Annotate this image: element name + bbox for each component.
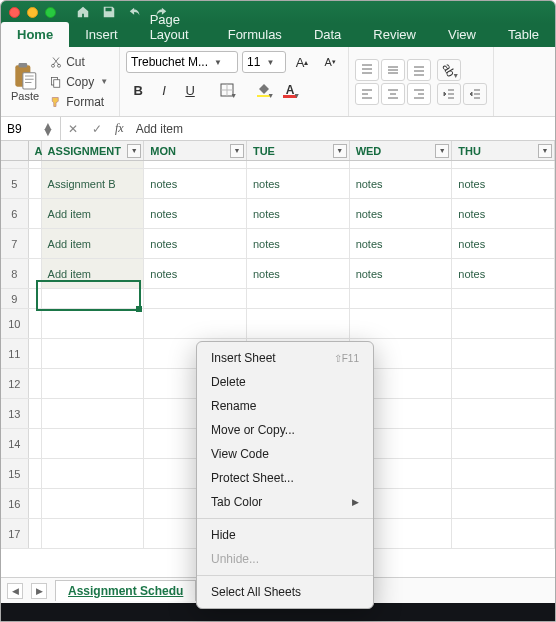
- bold-button[interactable]: B: [126, 79, 150, 101]
- row-header[interactable]: 17: [1, 519, 29, 548]
- cell[interactable]: [42, 339, 145, 368]
- menu-item-select-all-sheets[interactable]: Select All Sheets: [197, 580, 373, 604]
- maximize-button[interactable]: [45, 7, 56, 18]
- fill-color-button[interactable]: ▼: [252, 79, 276, 101]
- cell[interactable]: [350, 289, 453, 308]
- align-middle-button[interactable]: [381, 59, 405, 81]
- cell[interactable]: [452, 339, 555, 368]
- row-header[interactable]: 6: [1, 199, 29, 228]
- cell[interactable]: [29, 169, 42, 198]
- cell[interactable]: [452, 369, 555, 398]
- cell[interactable]: [452, 429, 555, 458]
- increase-indent-button[interactable]: [463, 83, 487, 105]
- cell[interactable]: [247, 161, 350, 168]
- column-header[interactable]: THU▼: [452, 141, 555, 160]
- cell[interactable]: [144, 289, 247, 308]
- cell[interactable]: [29, 429, 42, 458]
- decrease-indent-button[interactable]: [437, 83, 461, 105]
- row-header[interactable]: 16: [1, 489, 29, 518]
- ribbon-tab-home[interactable]: Home: [1, 22, 69, 47]
- cell[interactable]: notes: [144, 169, 247, 198]
- align-top-button[interactable]: [355, 59, 379, 81]
- menu-item-move-or-copy-[interactable]: Move or Copy...: [197, 418, 373, 442]
- cell[interactable]: notes: [350, 169, 453, 198]
- cell[interactable]: notes: [144, 199, 247, 228]
- cell[interactable]: notes: [452, 169, 555, 198]
- ribbon-tab-table[interactable]: Table: [492, 22, 555, 47]
- font-color-button[interactable]: A▼: [278, 79, 302, 101]
- cell[interactable]: [42, 489, 145, 518]
- cancel-formula-icon[interactable]: ✕: [61, 122, 85, 136]
- filter-icon[interactable]: ▼: [230, 144, 244, 158]
- cell[interactable]: [29, 519, 42, 548]
- cell[interactable]: notes: [452, 229, 555, 258]
- column-header[interactable]: ASSIGNMENT▼: [42, 141, 145, 160]
- row-header[interactable]: 10: [1, 309, 29, 338]
- cell[interactable]: notes: [144, 259, 247, 288]
- cell[interactable]: [350, 161, 453, 168]
- cell[interactable]: notes: [452, 199, 555, 228]
- cell[interactable]: [42, 459, 145, 488]
- align-left-button[interactable]: [355, 83, 379, 105]
- cell[interactable]: [29, 309, 42, 338]
- cell[interactable]: notes: [452, 259, 555, 288]
- cell[interactable]: [29, 399, 42, 428]
- cell[interactable]: Assignment B: [42, 169, 145, 198]
- row-header[interactable]: 7: [1, 229, 29, 258]
- menu-item-tab-color[interactable]: Tab Color▶: [197, 490, 373, 514]
- ribbon-tab-formulas[interactable]: Formulas: [212, 22, 298, 47]
- save-icon[interactable]: [102, 5, 116, 19]
- filter-icon[interactable]: ▼: [333, 144, 347, 158]
- row-header[interactable]: 12: [1, 369, 29, 398]
- cell[interactable]: [42, 309, 145, 338]
- cell[interactable]: notes: [247, 259, 350, 288]
- cell[interactable]: [452, 309, 555, 338]
- column-header[interactable]: A: [29, 141, 42, 160]
- underline-button[interactable]: U: [178, 79, 202, 101]
- row-header[interactable]: 5: [1, 169, 29, 198]
- cell[interactable]: [29, 339, 42, 368]
- cell[interactable]: [350, 309, 453, 338]
- undo-icon[interactable]: [128, 5, 142, 19]
- cell[interactable]: Add item: [42, 229, 145, 258]
- ribbon-tab-view[interactable]: View: [432, 22, 492, 47]
- align-right-button[interactable]: [407, 83, 431, 105]
- cell[interactable]: [144, 309, 247, 338]
- sheet-tab[interactable]: Assignment Schedu: [55, 580, 196, 601]
- cell[interactable]: [42, 369, 145, 398]
- row-header[interactable]: 9: [1, 289, 29, 308]
- column-header[interactable]: TUE▼: [247, 141, 350, 160]
- cell[interactable]: [42, 399, 145, 428]
- minimize-button[interactable]: [27, 7, 38, 18]
- cell[interactable]: [452, 399, 555, 428]
- cell[interactable]: Add item: [42, 259, 145, 288]
- cell[interactable]: notes: [247, 229, 350, 258]
- cut-button[interactable]: Cut: [45, 53, 113, 71]
- scroll-tabs-left[interactable]: ◀: [7, 583, 23, 599]
- cell[interactable]: [29, 289, 42, 308]
- cell[interactable]: notes: [350, 229, 453, 258]
- cell[interactable]: [29, 199, 42, 228]
- borders-button[interactable]: ▼: [215, 79, 239, 101]
- scroll-tabs-right[interactable]: ▶: [31, 583, 47, 599]
- accept-formula-icon[interactable]: ✓: [85, 122, 109, 136]
- cell[interactable]: [452, 161, 555, 168]
- row-header[interactable]: 13: [1, 399, 29, 428]
- menu-item-hide[interactable]: Hide: [197, 523, 373, 547]
- cell[interactable]: [29, 259, 42, 288]
- name-box[interactable]: B9▲▼: [1, 117, 61, 140]
- cell[interactable]: [42, 289, 145, 308]
- menu-item-protect-sheet-[interactable]: Protect Sheet...: [197, 466, 373, 490]
- cell[interactable]: [247, 289, 350, 308]
- cell[interactable]: [452, 489, 555, 518]
- row-header[interactable]: [1, 161, 29, 168]
- column-header[interactable]: WED▼: [350, 141, 453, 160]
- redo-icon[interactable]: [154, 5, 168, 19]
- menu-item-delete[interactable]: Delete: [197, 370, 373, 394]
- filter-icon[interactable]: ▼: [538, 144, 552, 158]
- align-bottom-button[interactable]: [407, 59, 431, 81]
- cell[interactable]: [452, 459, 555, 488]
- close-button[interactable]: [9, 7, 20, 18]
- row-header[interactable]: 14: [1, 429, 29, 458]
- format-painter-button[interactable]: Format: [45, 93, 113, 111]
